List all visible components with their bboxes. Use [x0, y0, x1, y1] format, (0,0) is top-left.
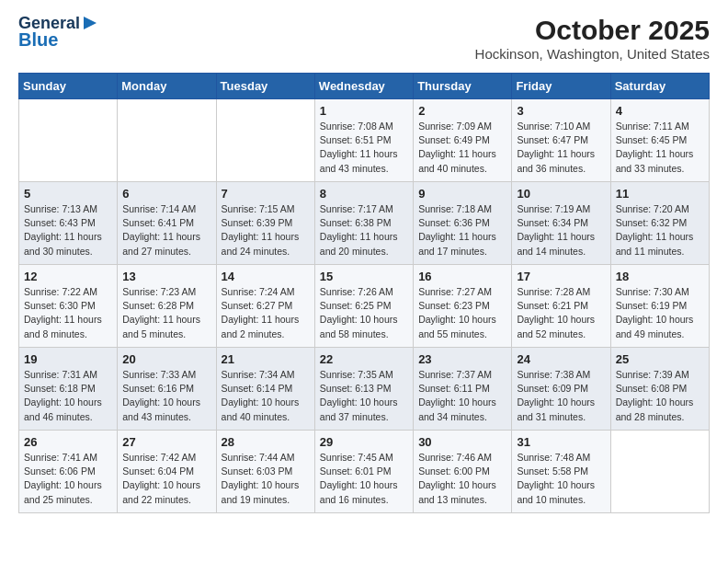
table-row: 4Sunrise: 7:11 AM Sunset: 6:45 PM Daylig… — [610, 99, 709, 182]
table-row: 20Sunrise: 7:33 AM Sunset: 6:16 PM Dayli… — [118, 348, 216, 431]
day-number: 29 — [320, 435, 408, 449]
day-detail: Sunrise: 7:26 AM Sunset: 6:25 PM Dayligh… — [320, 285, 408, 341]
table-row: 1Sunrise: 7:08 AM Sunset: 6:51 PM Daylig… — [314, 99, 413, 182]
day-number: 22 — [320, 352, 408, 366]
day-number: 12 — [24, 270, 112, 283]
table-row: 30Sunrise: 7:46 AM Sunset: 6:00 PM Dayli… — [414, 431, 512, 513]
table-row: 16Sunrise: 7:27 AM Sunset: 6:23 PM Dayli… — [414, 265, 512, 348]
table-row — [118, 99, 216, 182]
logo-arrow-icon — [82, 15, 98, 31]
day-detail: Sunrise: 7:44 AM Sunset: 6:03 PM Dayligh… — [222, 451, 310, 507]
table-row — [610, 431, 709, 513]
day-number: 3 — [517, 104, 605, 118]
table-row: 27Sunrise: 7:42 AM Sunset: 6:04 PM Dayli… — [118, 431, 216, 513]
day-number: 11 — [616, 187, 704, 201]
day-number: 2 — [418, 104, 506, 118]
table-row: 2Sunrise: 7:09 AM Sunset: 6:49 PM Daylig… — [414, 99, 512, 182]
svg-marker-0 — [84, 17, 97, 29]
col-sunday: Sunday — [19, 74, 118, 99]
table-row: 19Sunrise: 7:31 AM Sunset: 6:18 PM Dayli… — [19, 348, 118, 431]
calendar-subtitle: Hockinson, Washington, United States — [475, 46, 710, 62]
day-detail: Sunrise: 7:45 AM Sunset: 6:01 PM Dayligh… — [320, 451, 408, 507]
table-row: 26Sunrise: 7:41 AM Sunset: 6:06 PM Dayli… — [19, 431, 118, 513]
day-number: 21 — [222, 352, 310, 366]
calendar-week-row: 19Sunrise: 7:31 AM Sunset: 6:18 PM Dayli… — [19, 348, 710, 431]
table-row: 10Sunrise: 7:19 AM Sunset: 6:34 PM Dayli… — [512, 182, 610, 265]
table-row: 3Sunrise: 7:10 AM Sunset: 6:47 PM Daylig… — [512, 99, 610, 182]
table-row: 15Sunrise: 7:26 AM Sunset: 6:25 PM Dayli… — [314, 265, 413, 348]
calendar-header-row: Sunday Monday Tuesday Wednesday Thursday… — [19, 74, 710, 99]
day-number: 14 — [222, 270, 310, 283]
day-detail: Sunrise: 7:24 AM Sunset: 6:27 PM Dayligh… — [222, 285, 310, 341]
calendar-table: Sunday Monday Tuesday Wednesday Thursday… — [18, 73, 710, 513]
calendar-week-row: 26Sunrise: 7:41 AM Sunset: 6:06 PM Dayli… — [19, 431, 710, 513]
day-detail: Sunrise: 7:19 AM Sunset: 6:34 PM Dayligh… — [517, 202, 605, 259]
day-detail: Sunrise: 7:17 AM Sunset: 6:38 PM Dayligh… — [320, 202, 408, 259]
day-detail: Sunrise: 7:38 AM Sunset: 6:09 PM Dayligh… — [517, 368, 605, 424]
table-row: 28Sunrise: 7:44 AM Sunset: 6:03 PM Dayli… — [216, 431, 314, 513]
day-number: 26 — [24, 435, 112, 449]
table-row: 12Sunrise: 7:22 AM Sunset: 6:30 PM Dayli… — [19, 265, 118, 348]
table-row: 17Sunrise: 7:28 AM Sunset: 6:21 PM Dayli… — [512, 265, 610, 348]
table-row: 21Sunrise: 7:34 AM Sunset: 6:14 PM Dayli… — [216, 348, 314, 431]
day-detail: Sunrise: 7:42 AM Sunset: 6:04 PM Dayligh… — [122, 451, 210, 507]
day-detail: Sunrise: 7:15 AM Sunset: 6:39 PM Dayligh… — [222, 202, 310, 259]
day-number: 9 — [418, 187, 506, 201]
day-number: 17 — [517, 270, 605, 283]
day-detail: Sunrise: 7:08 AM Sunset: 6:51 PM Dayligh… — [320, 120, 408, 176]
day-number: 25 — [616, 352, 704, 366]
table-row: 13Sunrise: 7:23 AM Sunset: 6:28 PM Dayli… — [118, 265, 216, 348]
day-number: 23 — [418, 352, 506, 366]
day-detail: Sunrise: 7:20 AM Sunset: 6:32 PM Dayligh… — [616, 202, 704, 259]
table-row: 31Sunrise: 7:48 AM Sunset: 5:58 PM Dayli… — [512, 431, 610, 513]
day-number: 6 — [122, 187, 210, 201]
day-detail: Sunrise: 7:48 AM Sunset: 5:58 PM Dayligh… — [517, 451, 605, 507]
calendar-title: October 2025 — [475, 15, 710, 46]
day-number: 19 — [24, 352, 112, 366]
table-row: 6Sunrise: 7:14 AM Sunset: 6:41 PM Daylig… — [118, 182, 216, 265]
day-number: 28 — [222, 435, 310, 449]
day-detail: Sunrise: 7:46 AM Sunset: 6:00 PM Dayligh… — [418, 451, 506, 507]
table-row: 18Sunrise: 7:30 AM Sunset: 6:19 PM Dayli… — [610, 265, 709, 348]
page: General Blue October 2025 Hockinson, Was… — [0, 0, 728, 528]
table-row: 24Sunrise: 7:38 AM Sunset: 6:09 PM Dayli… — [512, 348, 610, 431]
day-detail: Sunrise: 7:11 AM Sunset: 6:45 PM Dayligh… — [616, 120, 704, 176]
day-number: 18 — [616, 270, 704, 283]
logo-blue: Blue — [18, 29, 58, 50]
day-number: 7 — [222, 187, 310, 201]
col-tuesday: Tuesday — [216, 74, 314, 99]
table-row: 8Sunrise: 7:17 AM Sunset: 6:38 PM Daylig… — [314, 182, 413, 265]
day-number: 13 — [122, 270, 210, 283]
day-number: 24 — [517, 352, 605, 366]
table-row: 14Sunrise: 7:24 AM Sunset: 6:27 PM Dayli… — [216, 265, 314, 348]
table-row: 9Sunrise: 7:18 AM Sunset: 6:36 PM Daylig… — [414, 182, 512, 265]
table-row: 11Sunrise: 7:20 AM Sunset: 6:32 PM Dayli… — [610, 182, 709, 265]
day-detail: Sunrise: 7:34 AM Sunset: 6:14 PM Dayligh… — [222, 368, 310, 424]
day-detail: Sunrise: 7:35 AM Sunset: 6:13 PM Dayligh… — [320, 368, 408, 424]
day-number: 30 — [418, 435, 506, 449]
day-detail: Sunrise: 7:39 AM Sunset: 6:08 PM Dayligh… — [616, 368, 704, 424]
table-row — [19, 99, 118, 182]
day-detail: Sunrise: 7:27 AM Sunset: 6:23 PM Dayligh… — [418, 285, 506, 341]
table-row: 5Sunrise: 7:13 AM Sunset: 6:43 PM Daylig… — [19, 182, 118, 265]
day-detail: Sunrise: 7:14 AM Sunset: 6:41 PM Dayligh… — [122, 202, 210, 259]
table-row: 23Sunrise: 7:37 AM Sunset: 6:11 PM Dayli… — [414, 348, 512, 431]
table-row: 22Sunrise: 7:35 AM Sunset: 6:13 PM Dayli… — [314, 348, 413, 431]
day-number: 27 — [122, 435, 210, 449]
table-row: 25Sunrise: 7:39 AM Sunset: 6:08 PM Dayli… — [610, 348, 709, 431]
calendar-week-row: 12Sunrise: 7:22 AM Sunset: 6:30 PM Dayli… — [19, 265, 710, 348]
day-detail: Sunrise: 7:30 AM Sunset: 6:19 PM Dayligh… — [616, 285, 704, 341]
table-row: 7Sunrise: 7:15 AM Sunset: 6:39 PM Daylig… — [216, 182, 314, 265]
day-detail: Sunrise: 7:10 AM Sunset: 6:47 PM Dayligh… — [517, 120, 605, 176]
col-friday: Friday — [512, 74, 610, 99]
day-detail: Sunrise: 7:18 AM Sunset: 6:36 PM Dayligh… — [418, 202, 506, 259]
day-number: 10 — [517, 187, 605, 201]
day-number: 8 — [320, 187, 408, 201]
col-saturday: Saturday — [610, 74, 709, 99]
col-thursday: Thursday — [414, 74, 512, 99]
day-detail: Sunrise: 7:28 AM Sunset: 6:21 PM Dayligh… — [517, 285, 605, 341]
day-number: 20 — [122, 352, 210, 366]
col-monday: Monday — [118, 74, 216, 99]
day-number: 5 — [24, 187, 112, 201]
title-block: October 2025 Hockinson, Washington, Unit… — [475, 15, 710, 62]
